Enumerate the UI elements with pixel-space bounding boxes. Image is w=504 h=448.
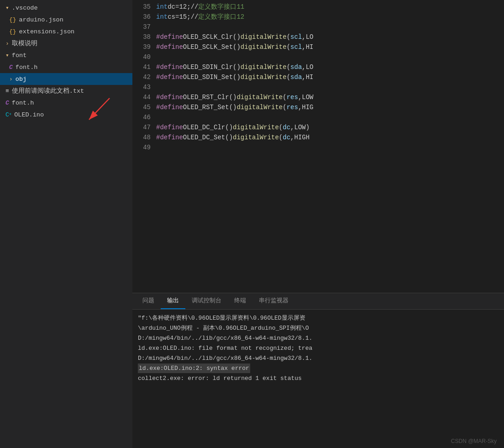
sidebar-item-label: font — [12, 52, 26, 59]
token: cs=15;// — [168, 12, 198, 22]
line-number: 48 — [132, 132, 151, 142]
token: ,LO — [302, 62, 313, 72]
token: #define — [156, 62, 183, 72]
sidebar: ▾ .vscode{} arduino.json{} extensions.js… — [0, 0, 132, 448]
sidebar-item-vscode-folder[interactable]: ▾ .vscode — [0, 2, 132, 14]
line-number: 35 — [132, 2, 151, 12]
code-line — [156, 52, 504, 62]
token: dc — [283, 132, 290, 142]
token: #define — [156, 92, 183, 102]
token: digitalWrite — [241, 72, 287, 82]
sidebar-item-extensions-json[interactable]: {} extensions.json — [0, 26, 132, 37]
output-line: D:/mingw64/bin/../lib/gcc/x86_64-w64-min… — [138, 353, 499, 363]
token: res — [287, 102, 298, 112]
code-line: #define OLED_RST_Set() digitalWrite(res,… — [156, 102, 504, 112]
token: int — [156, 2, 168, 12]
code-line — [156, 112, 504, 122]
token: sda — [290, 72, 302, 82]
output-line: ld.exe:OLED.ino:2: syntax error — [138, 364, 499, 373]
token: OLED_RST_Clr() — [183, 92, 237, 102]
panel-tab-output[interactable]: 输出 — [161, 293, 185, 309]
ino-icon: C+ — [5, 111, 11, 118]
token: digitalWrite — [241, 32, 287, 42]
output-line: "f:\各种硬件资料\0.96OLED显示屏资料\0.96OLED显示屏资 — [138, 313, 499, 323]
panel-tab-debug-console[interactable]: 调试控制台 — [185, 293, 228, 309]
token: digitalWrite — [233, 122, 279, 132]
folder-icon: › — [5, 40, 9, 47]
sidebar-item-label: extensions.json — [19, 28, 75, 35]
c-icon: C — [5, 100, 9, 106]
code-line — [156, 142, 504, 153]
token: OLED_SCLK_Clr() — [183, 32, 241, 42]
token: #define — [156, 32, 183, 42]
code-line: int cs=15;//定义数字接口12 — [156, 12, 504, 22]
token: digitalWrite — [236, 92, 283, 102]
token: ,HIG — [298, 102, 314, 112]
main-area: 353637383940414243444546474849 int dc=12… — [132, 0, 504, 448]
token: ,HI — [302, 72, 313, 82]
code-line: #define OLED_DC_Set() digitalWrite(dc,HI… — [156, 132, 504, 142]
token: ( — [283, 102, 286, 112]
token: sda — [290, 62, 302, 72]
token: ,LOW) — [290, 122, 310, 132]
sidebar-item-label: 取模说明 — [12, 39, 37, 47]
token: ( — [287, 42, 290, 52]
token: dc — [283, 122, 290, 132]
token: ( — [283, 92, 286, 102]
code-line: #define OLED_SCLK_Clr() digitalWrite(scl… — [156, 32, 504, 42]
sidebar-item-arduino-json[interactable]: {} arduino.json — [0, 14, 132, 26]
token: #define — [156, 72, 183, 82]
sidebar-item-qumo-folder[interactable]: › 取模说明 — [0, 37, 132, 49]
code-line: #define OLED_DC_Clr() digitalWrite(dc,LO… — [156, 122, 504, 132]
line-number: 45 — [132, 102, 151, 112]
token: 定义数字接口11 — [198, 2, 244, 12]
panel-tab-terminal[interactable]: 终端 — [228, 293, 252, 309]
line-number: 49 — [132, 142, 151, 153]
output-panel: 问题输出调试控制台终端串行监视器 "f:\各种硬件资料\0.96OLED显示屏资… — [132, 293, 504, 448]
sidebar-item-label: font.h — [16, 64, 38, 71]
code-line — [156, 22, 504, 32]
txt-icon: ≡ — [5, 88, 9, 95]
token: ( — [279, 132, 283, 142]
code-line: int dc=12;//定义数字接口11 — [156, 2, 504, 12]
sidebar-item-label: .vscode — [12, 5, 38, 11]
token: ( — [279, 122, 283, 132]
line-number: 41 — [132, 62, 151, 72]
line-number: 44 — [132, 92, 151, 102]
panel-tab-problems[interactable]: 问题 — [136, 293, 161, 309]
sidebar-item-font-h[interactable]: C font.h — [0, 61, 132, 73]
token: OLED_SDIN_Clr() — [183, 62, 241, 72]
code-line: #define OLED_SDIN_Clr() digitalWrite(sda… — [156, 62, 504, 72]
token: ,HIGH — [290, 132, 310, 142]
sidebar-item-oled-ino[interactable]: C+ OLED.ino — [0, 109, 132, 121]
sidebar-item-obj-folder[interactable]: › obj — [0, 73, 132, 85]
token: digitalWrite — [236, 102, 283, 112]
panel-tab-serial-monitor[interactable]: 串行监视器 — [252, 293, 295, 309]
code-lines: int dc=12;//定义数字接口11 int cs=15;//定义数字接口1… — [156, 2, 504, 293]
json-icon: {} — [9, 28, 16, 35]
line-number: 37 — [132, 22, 151, 32]
token: OLED_DC_Clr() — [183, 122, 233, 132]
sidebar-item-label: arduino.json — [19, 16, 63, 23]
line-number: 38 — [132, 32, 151, 42]
token: OLED_SCLK_Set() — [183, 42, 241, 52]
sidebar-item-font-h-root[interactable]: C font.h — [0, 97, 132, 109]
token: #define — [156, 122, 183, 132]
token: #define — [156, 132, 183, 142]
output-line: \arduino_UNO例程 - 副本\0.96OLED_arduino_SPI… — [138, 323, 499, 333]
line-number: 42 — [132, 72, 151, 82]
folder-icon: › — [9, 76, 13, 83]
c-icon: C — [9, 64, 13, 71]
sidebar-item-font-folder[interactable]: ▾ font — [0, 49, 132, 61]
token: ( — [287, 32, 290, 42]
token: digitalWrite — [241, 42, 287, 52]
sidebar-item-usage-txt[interactable]: ≡ 使用前请阅读此文档.txt — [0, 85, 132, 97]
token: OLED_DC_Set() — [183, 132, 233, 142]
line-numbers: 353637383940414243444546474849 — [132, 2, 156, 293]
panel-tabs: 问题输出调试控制台终端串行监视器 — [132, 293, 504, 310]
sidebar-item-label: font.h — [12, 100, 34, 106]
token: ,LOW — [298, 92, 314, 102]
token: ,HI — [302, 42, 313, 52]
sidebar-item-label: obj — [16, 76, 26, 83]
folder-icon: ▾ — [5, 52, 9, 59]
